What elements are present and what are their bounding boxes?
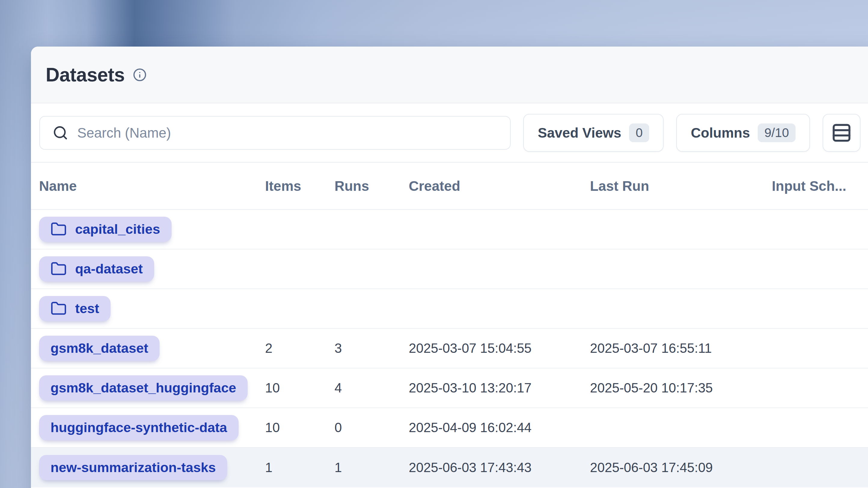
last-run-cell: 2025-06-03 17:45:09 [590, 460, 772, 475]
table-header-row: Name Items Runs Created Last Run Input S… [31, 163, 868, 210]
folder-link[interactable]: test [39, 296, 111, 321]
search-input[interactable] [77, 125, 501, 141]
column-header-last-run: Last Run [590, 178, 772, 194]
dataset-link[interactable]: gsm8k_dataset [39, 336, 160, 361]
folder-name: capital_cities [75, 222, 160, 237]
runs-cell: 0 [335, 420, 409, 435]
column-header-input-schema: Input Sch... [772, 178, 868, 194]
page-title: Datasets [46, 64, 125, 86]
table-row[interactable]: new-summarization-tasks 1 1 2025-06-03 1… [31, 448, 868, 487]
search-box[interactable] [39, 116, 510, 150]
dataset-name: gsm8k_dataset_huggingface [51, 380, 236, 396]
folder-icon [51, 261, 67, 277]
last-run-cell: 2025-03-07 16:55:11 [590, 341, 772, 356]
dataset-name: gsm8k_dataset [51, 340, 148, 356]
items-cell: 10 [265, 381, 335, 395]
last-run-cell: 2025-05-20 10:17:35 [590, 381, 772, 395]
runs-cell: 1 [335, 460, 409, 475]
runs-cell: 4 [335, 381, 409, 395]
folder-link[interactable]: capital_cities [39, 217, 172, 242]
created-cell: 2025-03-10 13:20:17 [409, 381, 590, 395]
column-header-name: Name [31, 178, 265, 194]
table-row[interactable]: gsm8k_dataset_huggingface 10 4 2025-03-1… [31, 368, 868, 408]
saved-views-count-badge: 0 [629, 124, 649, 142]
folder-name: test [75, 301, 99, 317]
folder-name: qa-dataset [75, 261, 143, 277]
datasets-page: Datasets Saved Views 0 Columns 9/10 [0, 0, 868, 488]
created-cell: 2025-03-07 15:04:55 [409, 341, 590, 356]
folder-icon [51, 221, 67, 237]
dataset-link[interactable]: new-summarization-tasks [39, 455, 227, 480]
columns-button[interactable]: Columns 9/10 [676, 114, 810, 152]
toolbar: Saved Views 0 Columns 9/10 [31, 103, 868, 163]
dataset-name: new-summarization-tasks [51, 460, 216, 476]
created-cell: 2025-06-03 17:43:43 [409, 460, 590, 475]
table-row[interactable]: capital_cities [31, 210, 868, 250]
columns-count-badge: 9/10 [758, 124, 796, 142]
table-row[interactable]: test [31, 289, 868, 329]
search-icon [53, 125, 68, 141]
created-cell: 2025-04-09 16:02:44 [409, 420, 590, 435]
items-cell: 1 [265, 460, 335, 475]
dataset-link[interactable]: gsm8k_dataset_huggingface [39, 375, 248, 400]
datasets-card: Datasets Saved Views 0 Columns 9/10 [31, 46, 868, 488]
column-header-created: Created [409, 178, 590, 194]
saved-views-button[interactable]: Saved Views 0 [523, 114, 663, 152]
table-row[interactable]: gsm8k_dataset 2 3 2025-03-07 15:04:55 20… [31, 329, 868, 368]
column-header-runs: Runs [335, 178, 409, 194]
dataset-name: huggingface-synthetic-data [51, 420, 227, 435]
info-icon[interactable] [133, 68, 147, 82]
row-height-button[interactable] [823, 114, 861, 152]
dataset-link[interactable]: huggingface-synthetic-data [39, 415, 239, 440]
columns-label: Columns [691, 125, 750, 141]
column-header-items: Items [265, 178, 335, 194]
items-cell: 2 [265, 341, 335, 356]
table-row[interactable]: huggingface-synthetic-data 10 0 2025-04-… [31, 408, 868, 448]
runs-cell: 3 [335, 341, 409, 356]
items-cell: 10 [265, 420, 335, 435]
saved-views-label: Saved Views [538, 125, 621, 141]
card-header: Datasets [31, 46, 868, 103]
folder-icon [51, 300, 67, 317]
table-row[interactable]: qa-dataset [31, 250, 868, 289]
rows-icon [831, 122, 852, 143]
folder-link[interactable]: qa-dataset [39, 256, 154, 282]
